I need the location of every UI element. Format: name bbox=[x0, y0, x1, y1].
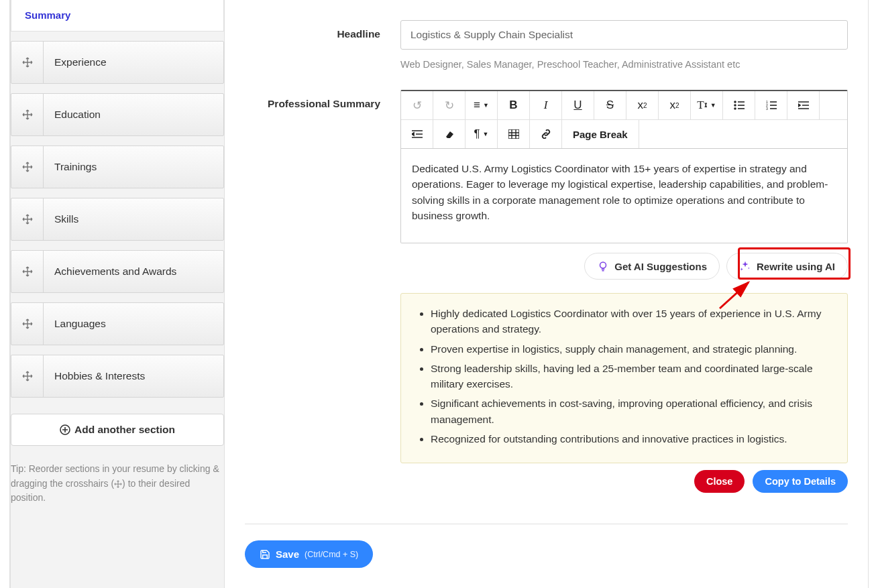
eraser-button[interactable] bbox=[433, 120, 465, 148]
page-break-button[interactable]: Page Break bbox=[562, 120, 639, 148]
rich-text-editor: ↺ ↻ ≡▼ B I U S x2 x2 T𝗜▼ 123 bbox=[400, 90, 848, 243]
outdent-icon bbox=[412, 129, 423, 139]
lightbulb-icon bbox=[597, 260, 609, 272]
sidebar-item-experience[interactable]: Experience bbox=[11, 41, 224, 84]
add-section-button[interactable]: Add another section bbox=[11, 414, 224, 446]
summary-textarea[interactable]: Dedicated U.S. Army Logistics Coordinato… bbox=[401, 149, 847, 243]
sidebar-item-hobbies[interactable]: Hobbies & Interests bbox=[11, 355, 224, 398]
main-content: Headline Web Designer, Sales Manager, Pr… bbox=[225, 0, 868, 588]
suggestion-item: Proven expertise in logistics, supply ch… bbox=[431, 341, 831, 357]
move-icon[interactable] bbox=[11, 198, 44, 240]
link-button[interactable] bbox=[530, 120, 562, 148]
save-button[interactable]: Save (Ctrl/Cmd + S) bbox=[245, 540, 373, 568]
move-icon[interactable] bbox=[11, 251, 44, 292]
move-icon[interactable] bbox=[11, 94, 44, 135]
redo-icon: ↻ bbox=[445, 99, 454, 113]
list-ol-icon: 123 bbox=[766, 101, 777, 110]
add-section-label: Add another section bbox=[74, 424, 175, 436]
close-button[interactable]: Close bbox=[694, 470, 745, 493]
unordered-list-button[interactable] bbox=[723, 91, 755, 119]
svg-point-8 bbox=[600, 262, 606, 268]
sidebar-item-achievements[interactable]: Achievements and Awards bbox=[11, 250, 224, 293]
outdent-button[interactable] bbox=[401, 120, 433, 148]
indent-button[interactable] bbox=[787, 91, 820, 119]
suggestion-item: Recognized for outstanding contributions… bbox=[431, 431, 831, 447]
suggestion-item: Highly dedicated Logistics Coordinator w… bbox=[431, 306, 831, 337]
undo-icon: ↺ bbox=[413, 99, 422, 113]
sidebar-item-trainings[interactable]: Trainings bbox=[11, 145, 224, 188]
pilcrow-icon: ¶ bbox=[474, 127, 480, 141]
align-left-icon: ≡ bbox=[474, 99, 480, 112]
move-icon bbox=[114, 480, 122, 488]
reorder-tip: Tip: Reorder sections in your resume by … bbox=[11, 462, 224, 506]
sidebar-item-skills[interactable]: Skills bbox=[11, 198, 224, 241]
subscript-button[interactable]: x2 bbox=[626, 91, 659, 119]
bold-button[interactable]: B bbox=[498, 91, 530, 119]
sidebar-item-summary-active[interactable]: Summary bbox=[11, 0, 224, 32]
move-icon[interactable] bbox=[11, 303, 44, 345]
svg-point-2 bbox=[734, 105, 736, 106]
svg-text:3: 3 bbox=[766, 107, 768, 110]
move-icon[interactable] bbox=[11, 355, 44, 397]
save-label: Save bbox=[276, 548, 299, 560]
ai-suggestions-label: Get AI Suggestions bbox=[614, 261, 707, 272]
sidebar-item-languages[interactable]: Languages bbox=[11, 302, 224, 345]
italic-button[interactable]: I bbox=[530, 91, 562, 119]
undo-button[interactable]: ↺ bbox=[401, 91, 433, 119]
move-icon[interactable] bbox=[11, 42, 44, 83]
sidebar-item-label: Education bbox=[44, 109, 111, 121]
sidebar-item-label: Hobbies & Interests bbox=[44, 370, 156, 382]
save-row: Save (Ctrl/Cmd + S) bbox=[245, 540, 848, 568]
paragraph-dropdown[interactable]: ¶▼ bbox=[465, 120, 498, 148]
summary-row: Professional Summary ↺ ↻ ≡▼ B I U S x2 x… bbox=[245, 90, 848, 493]
sidebar-item-label: Summary bbox=[25, 9, 70, 21]
superscript-button[interactable]: x2 bbox=[659, 91, 691, 119]
ai-actions-row: Get AI Suggestions Rewrite using AI bbox=[400, 253, 848, 280]
eraser-icon bbox=[444, 129, 455, 139]
headline-help-text: Web Designer, Sales Manager, Preschool T… bbox=[400, 59, 848, 70]
save-shortcut: (Ctrl/Cmd + S) bbox=[305, 550, 358, 559]
indent-icon bbox=[798, 101, 809, 110]
summary-label: Professional Summary bbox=[245, 90, 400, 110]
rewrite-ai-button[interactable]: Rewrite using AI bbox=[726, 253, 848, 280]
plus-circle-icon bbox=[60, 424, 70, 435]
svg-rect-7 bbox=[508, 129, 519, 139]
underline-button[interactable]: U bbox=[562, 91, 594, 119]
editor-toolbar: ↺ ↻ ≡▼ B I U S x2 x2 T𝗜▼ 123 bbox=[401, 91, 847, 149]
ai-suggestions-panel: Highly dedicated Logistics Coordinator w… bbox=[400, 293, 848, 463]
sidebar-item-label: Trainings bbox=[44, 161, 107, 173]
sidebar-item-label: Achievements and Awards bbox=[44, 266, 187, 278]
headline-row: Headline Web Designer, Sales Manager, Pr… bbox=[245, 20, 848, 70]
ordered-list-button[interactable]: 123 bbox=[755, 91, 787, 119]
text-format-dropdown[interactable]: T𝗜▼ bbox=[691, 91, 723, 119]
svg-point-3 bbox=[734, 108, 736, 109]
get-ai-suggestions-button[interactable]: Get AI Suggestions bbox=[584, 253, 720, 280]
suggestions-list: Highly dedicated Logistics Coordinator w… bbox=[410, 306, 831, 447]
sidebar-item-label: Experience bbox=[44, 56, 117, 68]
list-ul-icon bbox=[734, 101, 745, 110]
save-icon bbox=[260, 549, 270, 560]
move-icon[interactable] bbox=[11, 146, 44, 188]
copy-to-details-button[interactable]: Copy to Details bbox=[753, 470, 848, 493]
table-button[interactable] bbox=[498, 120, 530, 148]
table-icon bbox=[508, 129, 519, 139]
suggestion-item: Strong leadership skills, having led a 2… bbox=[431, 361, 831, 392]
headline-label: Headline bbox=[245, 20, 400, 40]
section-divider bbox=[245, 524, 848, 524]
resume-sections-sidebar: Summary Experience Education Trainings S bbox=[10, 0, 225, 588]
sidebar-item-education[interactable]: Education bbox=[11, 93, 224, 136]
svg-point-1 bbox=[734, 101, 736, 103]
strikethrough-button[interactable]: S bbox=[594, 91, 626, 119]
page-wrapper: Summary Experience Education Trainings S bbox=[9, 0, 869, 588]
headline-input[interactable] bbox=[400, 20, 848, 50]
redo-button[interactable]: ↻ bbox=[433, 91, 465, 119]
sidebar-item-label: Skills bbox=[44, 213, 89, 225]
sparkle-icon bbox=[739, 260, 751, 272]
suggestions-actions: Close Copy to Details bbox=[400, 470, 848, 493]
align-dropdown[interactable]: ≡▼ bbox=[465, 91, 498, 119]
link-icon bbox=[541, 129, 551, 139]
sidebar-item-label: Languages bbox=[44, 318, 117, 330]
suggestion-item: Significant achievements in cost-saving,… bbox=[431, 396, 831, 427]
rewrite-ai-label: Rewrite using AI bbox=[757, 261, 835, 272]
